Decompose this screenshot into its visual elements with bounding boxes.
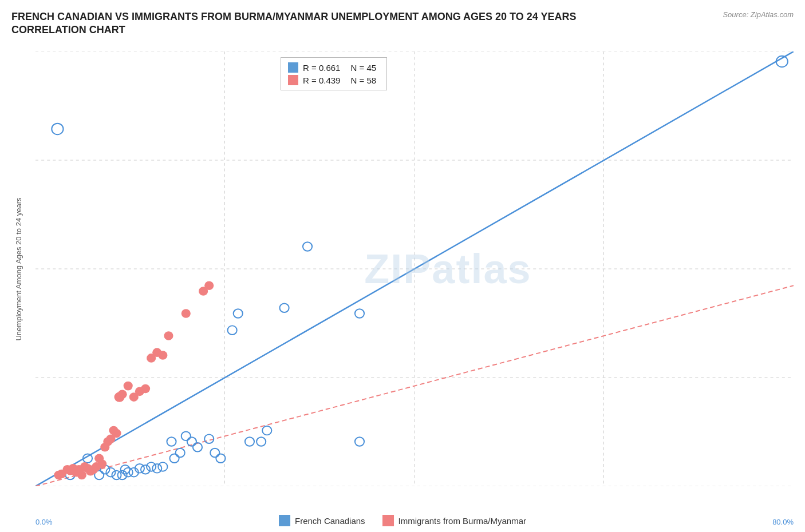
svg-point-43	[262, 426, 271, 435]
svg-point-33	[181, 432, 191, 441]
svg-point-14	[52, 124, 63, 134]
source-label: Source: ZipAtlas.com	[723, 10, 794, 19]
legend-pink-n: N = 58	[350, 76, 376, 85]
svg-point-37	[210, 448, 219, 458]
legend-bottom: French Canadians Immigrants from Burma/M…	[279, 515, 526, 526]
chart-title: FRENCH CANADIAN VS IMMIGRANTS FROM BURMA…	[11, 10, 641, 37]
legend-pink-r: R = 0.439	[303, 76, 340, 85]
svg-point-39	[228, 325, 237, 335]
legend-bottom-pink-swatch	[382, 515, 394, 526]
svg-point-63	[97, 459, 106, 469]
svg-point-27	[147, 462, 156, 471]
page-container: FRENCH CANADIAN VS IMMIGRANTS FROM BURMA…	[0, 0, 805, 532]
svg-point-46	[355, 309, 364, 318]
svg-point-30	[167, 437, 176, 446]
svg-point-78	[164, 331, 173, 340]
svg-point-68	[112, 429, 121, 438]
svg-point-81	[204, 281, 214, 290]
legend-blue-r: R = 0.661	[303, 63, 340, 73]
svg-point-77	[158, 351, 167, 360]
legend-box: R = 0.661 N = 45 R = 0.439 N = 58	[281, 57, 387, 90]
chart-area: ZIPatlas 100.0% 75.0% 50.0% 25.0%	[35, 51, 794, 486]
svg-point-71	[124, 382, 133, 391]
svg-point-19	[106, 468, 115, 477]
svg-point-28	[152, 464, 161, 473]
scatter-chart: 100.0% 75.0% 50.0% 25.0%	[35, 51, 794, 486]
svg-point-32	[176, 448, 185, 458]
svg-point-21	[118, 471, 127, 480]
svg-point-26	[141, 465, 150, 474]
x-axis-start: 0.0%	[35, 518, 53, 526]
svg-point-35	[193, 443, 202, 452]
legend-blue-swatch	[288, 62, 298, 73]
legend-bottom-blue-swatch	[279, 515, 290, 526]
svg-point-79	[181, 309, 191, 318]
legend-bottom-blue: French Canadians	[279, 515, 365, 526]
legend-bottom-blue-label: French Canadians	[295, 516, 365, 526]
svg-point-47	[355, 437, 364, 446]
legend-pink-row: R = 0.439 N = 58	[288, 75, 376, 85]
legend-bottom-pink: Immigrants from Burma/Myanmar	[382, 515, 526, 526]
svg-point-70	[118, 390, 127, 399]
legend-bottom-pink-label: Immigrants from Burma/Myanmar	[398, 516, 526, 526]
svg-point-38	[216, 454, 225, 463]
svg-point-42	[257, 437, 266, 446]
legend-blue-n: N = 45	[350, 63, 376, 73]
x-axis-end: 80.0%	[772, 518, 794, 526]
svg-point-40	[234, 309, 243, 318]
legend-blue-row: R = 0.661 N = 45	[288, 62, 376, 73]
svg-point-44	[280, 303, 289, 312]
svg-point-31	[169, 454, 179, 463]
svg-point-29	[158, 462, 167, 471]
svg-point-41	[245, 437, 254, 446]
svg-point-74	[141, 384, 150, 394]
svg-point-45	[303, 242, 312, 251]
y-axis-label: Unemployment Among Ages 20 to 24 years	[3, 51, 34, 486]
legend-pink-swatch	[288, 75, 298, 85]
